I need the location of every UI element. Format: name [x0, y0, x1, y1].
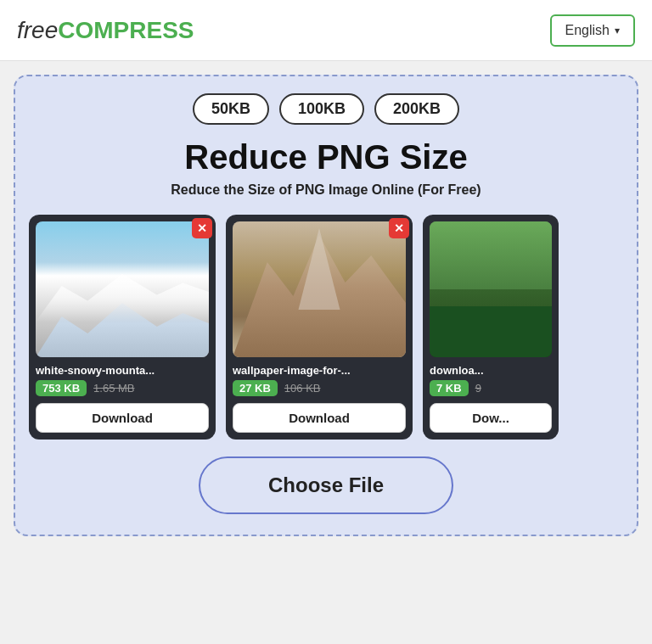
close-button-2[interactable]: ✕	[389, 218, 409, 238]
download-button-1[interactable]: Download	[36, 403, 209, 433]
size-old-1: 1.65 MB	[93, 382, 134, 395]
size-new-3: 7 KB	[430, 380, 469, 396]
image-cards-row: ✕ white-snowy-mounta... 753 KB 1.65 MB D…	[29, 215, 623, 440]
card-image-1	[36, 221, 209, 357]
card-image-3	[430, 221, 552, 357]
card-image-2	[233, 221, 406, 357]
size-new-2: 27 KB	[233, 380, 278, 396]
card-sizes-3: 7 KB 9	[430, 380, 552, 396]
choose-file-button[interactable]: Choose File	[199, 456, 453, 514]
size-badges-row: 50KB 100KB 200KB	[29, 93, 623, 125]
main-content: 50KB 100KB 200KB Reduce PNG Size Reduce …	[0, 61, 652, 550]
language-selector[interactable]: English ▾	[550, 14, 635, 47]
logo-compress-text: COMPRESS	[58, 17, 194, 43]
card-sizes-1: 753 KB 1.65 MB	[36, 380, 209, 396]
size-old-2: 106 KB	[284, 382, 321, 395]
image-card-1: ✕ white-snowy-mounta... 753 KB 1.65 MB D…	[29, 215, 216, 440]
size-new-1: 753 KB	[36, 380, 87, 396]
close-button-1[interactable]: ✕	[192, 218, 212, 238]
tool-subtitle: Reduce the Size of PNG Image Online (For…	[29, 182, 623, 198]
size-badge-200kb[interactable]: 200KB	[374, 93, 459, 125]
download-button-3[interactable]: Dow...	[430, 403, 552, 433]
size-old-3: 9	[475, 382, 481, 395]
card-filename-3: downloa...	[430, 364, 552, 377]
header: freeCOMPRESS English ▾	[0, 0, 652, 61]
size-badge-100kb[interactable]: 100KB	[279, 93, 364, 125]
image-card-3: downloa... 7 KB 9 Dow...	[423, 215, 559, 440]
logo: freeCOMPRESS	[17, 17, 194, 44]
image-card-2: ✕ wallpaper-image-for-... 27 KB 106 KB D…	[226, 215, 413, 440]
logo-free-text: free	[17, 17, 58, 43]
size-badge-50kb[interactable]: 50KB	[193, 93, 269, 125]
tool-container: 50KB 100KB 200KB Reduce PNG Size Reduce …	[14, 75, 638, 536]
tool-title: Reduce PNG Size	[29, 138, 623, 176]
card-sizes-2: 27 KB 106 KB	[233, 380, 406, 396]
download-button-2[interactable]: Download	[233, 403, 406, 433]
card-filename-2: wallpaper-image-for-...	[233, 364, 406, 377]
card-filename-1: white-snowy-mounta...	[36, 364, 209, 377]
choose-file-wrapper: Choose File	[29, 456, 623, 514]
language-label: English	[565, 23, 610, 38]
chevron-down-icon: ▾	[615, 25, 620, 36]
